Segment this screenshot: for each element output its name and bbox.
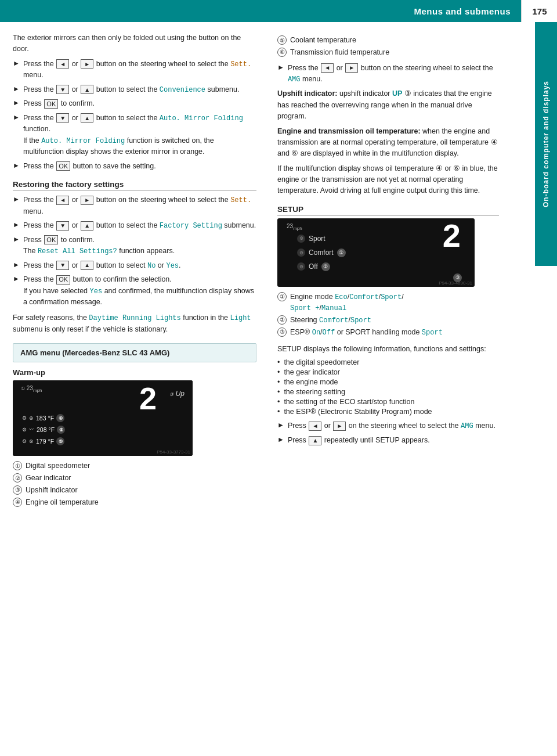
restore-step-2-text: Press the ▼ or ▲ button to select the Fa…: [23, 220, 256, 232]
warmup-item-4: ④ Engine oil temperature: [13, 497, 256, 508]
bullet-5: the setting of the ECO start/stop functi…: [277, 398, 499, 406]
warmup-label: Warm-up: [13, 368, 256, 377]
bullet-4: the steering setting: [277, 388, 499, 396]
step-1: ► Press the ◄ or ► button on the steerin…: [13, 59, 256, 81]
upshift-note: Upshift indicator: upshift indicator UP …: [277, 88, 499, 122]
up-label: ③ Up: [169, 390, 185, 398]
setup-row-comfort: ⚙ Comfort ①: [297, 249, 346, 257]
arrow-icon: ►: [13, 161, 20, 170]
up-btn: ▲: [81, 113, 93, 123]
gear-number: 2: [139, 383, 157, 414]
arrow-icon: ►: [277, 421, 284, 429]
restore-step-1-text: Press the ◄ or ► button on the steering …: [23, 195, 256, 217]
arrow-icon: ►: [13, 261, 20, 269]
item-num-6: ⑥: [277, 48, 287, 57]
item-num-3: ③: [13, 485, 22, 495]
left-btn: ◄: [309, 422, 321, 431]
right-btn: ►: [81, 196, 93, 205]
left-btn: ◄: [56, 196, 69, 205]
setup-heading: SETUP: [277, 205, 499, 216]
setup-sport-label: Sport: [309, 235, 325, 243]
setup-screen: 23mph 2 ⚙ Sport ⚙ Comfort ① ⚙ Of: [277, 218, 475, 287]
step-5: ► Press the OK button to save the settin…: [13, 161, 256, 172]
ok-btn: OK: [44, 235, 58, 244]
speed-label: ① 23mph: [21, 385, 42, 393]
setup-item-num-2: ②: [277, 315, 287, 325]
amg-step-select: ► Press the ◄ or ► button on the steerin…: [277, 63, 499, 85]
upshift-label: Upshift indicator:: [277, 89, 337, 98]
bullet-6: the ESP® (Electronic Stability Program) …: [277, 408, 499, 416]
item-6: ⑥ Transmission fluid temperature: [277, 47, 499, 58]
photo-id-setup: P94-33-4690-31: [439, 280, 472, 286]
up-btn: ▲: [81, 261, 93, 270]
setup-row-sport: ⚙ Sport: [297, 235, 325, 243]
section-title: Menus and submenus: [0, 0, 521, 22]
setup-item-1-text: Engine mode Eco/Comfort/Sport/ Sport +/M…: [290, 291, 404, 314]
row-engine-oil: ⚙ ⊕ 183 °F ④: [22, 414, 64, 422]
amg-step-text: Press the ◄ or ► button on the steering …: [288, 63, 499, 85]
setup-gear-number: 2: [443, 219, 461, 252]
bullet-1: the digital speedometer: [277, 358, 499, 366]
arrow-icon: ►: [13, 113, 20, 121]
setup-step-2: ► Press ▲ repeatedly until SETUP appears…: [277, 435, 499, 446]
setup-item-num-3: ③: [277, 327, 287, 337]
page-number: 175: [521, 0, 557, 22]
setup-item-num-1: ①: [277, 292, 287, 301]
setup-step-1-text: Press ◄ or ► on the steering wheel to se…: [288, 420, 495, 432]
step-1-text: Press the ◄ or ► button on the steering …: [23, 59, 256, 81]
row-trans-fluid: ⚙ ⊗ 179 °F ⑥: [22, 437, 64, 445]
down-btn: ▼: [56, 261, 69, 270]
blue-note: If the multifunction display shows oil t…: [277, 163, 499, 197]
warmup-item-4-text: Engine oil temperature: [26, 497, 99, 508]
up-btn: ▲: [81, 85, 93, 94]
ok-btn: OK: [56, 275, 70, 285]
engine-oil-note: Engine and transmission oil temperature:…: [277, 126, 499, 160]
restore-step-3-text: Press OK to confirm. The Reset All Setti…: [23, 235, 175, 257]
arrow-icon: ►: [13, 99, 20, 107]
main-content: The exterior mirrors can then only be fo…: [0, 22, 557, 520]
item-num-2: ②: [13, 473, 22, 483]
arrow-icon: ►: [13, 221, 20, 229]
restore-heading: Restoring the factory settings: [13, 180, 256, 191]
arrow-icon: ►: [13, 195, 20, 203]
ok-btn: OK: [44, 99, 58, 109]
arrow-icon: ►: [277, 435, 284, 444]
warmup-item-3-text: Upshift indicator: [26, 485, 78, 496]
step-2: ► Press the ▼ or ▲ button to select the …: [13, 84, 256, 96]
restore-step-3: ► Press OK to confirm. The Reset All Set…: [13, 235, 256, 257]
page-header: Menus and submenus 175: [0, 0, 557, 22]
setup-item-1: ① Engine mode Eco/Comfort/Sport/ Sport +…: [277, 291, 499, 314]
step-3-text: Press OK to confirm.: [23, 98, 95, 109]
warmup-display-image: ① 23mph 2 ③ Up ⚙ ⊕ 183 °F ④ ⚙ 〰 208 °F: [13, 380, 193, 456]
items-5-6: ⑤ Coolant temperature ⑥ Transmission flu…: [277, 35, 499, 58]
safety-note: For safety reasons, the Daytime Running …: [13, 312, 256, 335]
setup-display-image: 23mph 2 ⚙ Sport ⚙ Comfort ① ⚙ Of: [277, 218, 475, 287]
arrow-icon: ►: [13, 85, 20, 93]
item-num-4: ④: [13, 498, 22, 507]
warmup-item-1-text: Digital speedometer: [26, 460, 90, 471]
restore-step-4-text: Press the ▼ or ▲ button to select No or …: [23, 260, 181, 272]
setup-speed-label: 23mph: [287, 223, 302, 231]
setup-info: SETUP displays the following information…: [277, 344, 499, 355]
arrow-icon: ►: [13, 235, 20, 243]
up-btn: ▲: [309, 436, 321, 445]
item-num-1: ①: [13, 461, 22, 470]
setup-item-3-text: ESP® On/Off or SPORT handling mode Sport: [290, 327, 443, 338]
left-column: The exterior mirrors can then only be fo…: [0, 33, 267, 510]
photo-id-warmup: P54-33-3773-31: [157, 449, 190, 455]
step-4: ► Press the ▼ or ▲ button to select the …: [13, 113, 256, 158]
setup-items-list: ① Engine mode Eco/Comfort/Sport/ Sport +…: [277, 291, 499, 338]
item-5: ⑤ Coolant temperature: [277, 35, 499, 46]
item-num-5: ⑤: [277, 35, 287, 45]
step-5-text: Press the OK button to save the setting.: [23, 161, 156, 172]
setup-row-off: ⚙ Off ②: [297, 262, 330, 271]
intro-text: The exterior mirrors can then only be fo…: [13, 33, 256, 55]
setup-off-label: Off: [309, 262, 318, 271]
ok-btn: OK: [56, 161, 70, 171]
bullet-2: the gear indicator: [277, 368, 499, 376]
setup-bullets: the digital speedometer the gear indicat…: [277, 358, 499, 416]
setup-step-1: ► Press ◄ or ► on the steering wheel to …: [277, 420, 499, 432]
down-btn: ▼: [56, 113, 69, 123]
step-3: ► Press OK to confirm.: [13, 98, 256, 109]
arrow-icon: ►: [277, 63, 284, 71]
